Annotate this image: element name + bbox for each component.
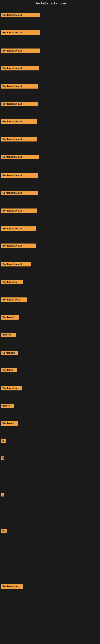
bottleneck-result-label: Bottlene <box>1 333 16 337</box>
bottleneck-result-label: Bottleneck re <box>1 280 23 284</box>
bottleneck-result-label: Bottlenec <box>1 368 17 372</box>
bottleneck-result-label: Bottlen <box>1 404 14 408</box>
bottleneck-result-label: Bottleneck result <box>1 226 36 231</box>
bottleneck-result-label: Bottleneck result <box>1 48 40 53</box>
bottleneck-result-label: Bo <box>1 439 6 443</box>
bottleneck-result-label: | <box>1 493 4 496</box>
bottleneck-result-label: Bottleneck result <box>1 137 37 142</box>
bottleneck-result-label: Bottleneck result <box>1 66 39 70</box>
bottleneck-result-label: Bottleneck resul <box>1 298 27 302</box>
bottleneck-result-label: Bot <box>1 529 7 533</box>
bottleneck-result-label: Bottleneck result <box>1 244 36 248</box>
bottleneck-result-label: Bottleneck re <box>1 584 23 589</box>
bottleneck-result-label: Bottleneck result <box>1 102 38 106</box>
bottleneck-result-label: Bottleneck result <box>1 155 39 159</box>
bottleneck-result-label: Bottleneck result <box>1 173 38 178</box>
site-title: TheBottlenecker.com <box>0 0 100 8</box>
bottleneck-result-label: Bottleneck result <box>1 13 40 17</box>
bottleneck-result-label: Bottleneck result <box>1 119 37 124</box>
bottleneck-result-label: Bottleneck result <box>1 84 38 88</box>
site-title-bar: TheBottlenecker.com <box>0 0 100 8</box>
bottleneck-result-label: Bottleneck <box>1 351 18 355</box>
bottleneck-result-label: Bottleneck <box>1 315 19 320</box>
bottleneck-result-label: Bottleneck re <box>1 386 22 390</box>
bottleneck-result-label: B <box>1 456 4 460</box>
bottleneck-result-label: Bottleneck result <box>1 262 31 266</box>
results-container: Bottleneck resultBottleneck resultBottle… <box>0 8 100 642</box>
bottleneck-result-label: Bottleneck result <box>1 191 38 195</box>
bottleneck-result-label: Bottleneck result <box>1 30 40 35</box>
bottleneck-result-label: Bottleneck <box>1 421 18 426</box>
bottleneck-result-label: Bottleneck result <box>1 208 37 213</box>
